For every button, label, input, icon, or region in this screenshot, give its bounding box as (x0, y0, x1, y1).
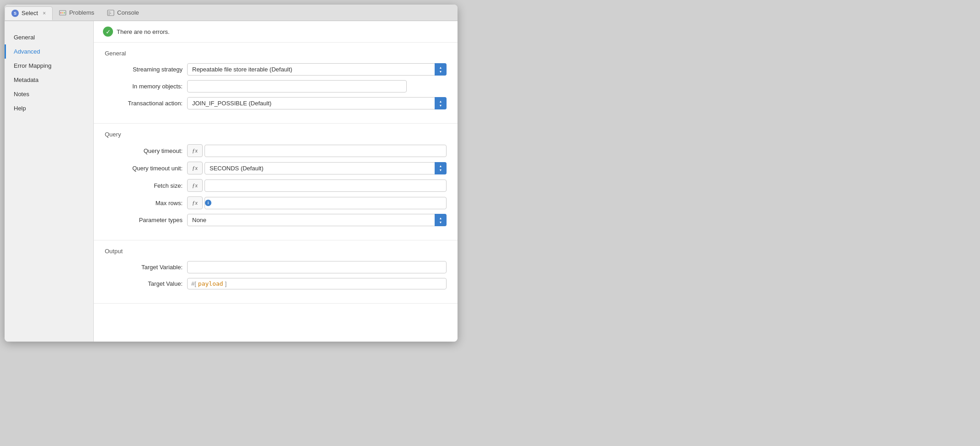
query-section: Query Query timeout: ƒx 0 Query timeout … (94, 124, 458, 240)
max-rows-fx-button[interactable]: ƒx (187, 196, 203, 209)
query-timeout-label: Query timeout: (105, 147, 183, 154)
svg-point-1 (60, 12, 62, 13)
tab-problems[interactable]: Problems (53, 6, 101, 19)
sidebar-item-general[interactable]: General (5, 30, 93, 44)
in-memory-row: In memory objects: 500 (118, 80, 447, 92)
query-timeout-unit-label: Query timeout unit: (105, 165, 183, 172)
target-value-content: payload (198, 280, 223, 287)
tab-console-label: Console (117, 9, 139, 16)
target-value-label: Target Value: (105, 280, 183, 287)
parameter-types-row: Parameter types None Type 1 Type 2 (105, 214, 447, 226)
general-section: General Streaming strategy Repeatable fi… (94, 43, 458, 124)
query-timeout-unit-select[interactable]: SECONDS (Default) MILLISECONDS MINUTES H… (205, 162, 447, 174)
status-bar: ✓ There are no errors. (94, 21, 458, 43)
transactional-action-select[interactable]: JOIN_IF_POSSIBLE (Default) ALWAYS_BEGIN … (187, 97, 447, 109)
tab-problems-label: Problems (69, 9, 94, 16)
tab-select-label: Select (22, 10, 38, 16)
streaming-strategy-row: Streaming strategy Repeatable file store… (105, 63, 447, 76)
console-icon (107, 9, 114, 16)
sidebar: General Advanced Error Mapping Metadata … (5, 21, 94, 342)
status-icon: ✓ (103, 27, 113, 37)
tab-close-button[interactable]: × (43, 10, 46, 16)
streaming-strategy-label: Streaming strategy (105, 66, 183, 73)
fetch-size-fx-wrap: ƒx 200 (187, 179, 447, 192)
query-timeout-fx-button[interactable]: ƒx (187, 144, 203, 157)
fetch-size-label: Fetch size: (105, 182, 183, 189)
in-memory-input[interactable]: 500 (187, 80, 407, 92)
max-rows-input[interactable]: 1000 (212, 197, 446, 209)
max-rows-fx-wrap: ƒx i 1000 (187, 196, 447, 209)
target-variable-label: Target Variable: (105, 264, 183, 271)
main-content: General Advanced Error Mapping Metadata … (5, 21, 458, 342)
target-value-prefix: #[ (191, 280, 196, 287)
output-section: Output Target Variable: Target Value: #[… (94, 240, 458, 304)
max-rows-input-wrap: i 1000 (205, 197, 447, 209)
main-window: S Select × Problems (5, 5, 458, 342)
parameter-types-select[interactable]: None Type 1 Type 2 (187, 214, 447, 226)
target-value-row: Target Value: #[ payload ] (105, 278, 447, 289)
sidebar-item-metadata[interactable]: Metadata (5, 73, 93, 87)
transactional-action-label: Transactional action: (105, 100, 183, 107)
fetch-size-fx-button[interactable]: ƒx (187, 179, 203, 192)
fetch-size-row: Fetch size: ƒx 200 (105, 179, 447, 192)
svg-point-2 (62, 12, 64, 13)
tab-console[interactable]: Console (101, 6, 145, 19)
query-timeout-unit-fx-button[interactable]: ƒx (187, 162, 203, 174)
target-value-suffix: ] (225, 280, 227, 287)
query-section-title: Query (105, 131, 447, 138)
sidebar-item-help[interactable]: Help (5, 101, 93, 115)
svg-point-3 (64, 12, 65, 13)
content-area: ✓ There are no errors. General Streaming… (94, 21, 458, 342)
sidebar-item-advanced[interactable]: Advanced (5, 44, 93, 59)
status-message: There are no errors. (117, 28, 170, 35)
parameter-types-select-wrapper: None Type 1 Type 2 (187, 214, 447, 226)
target-value-field[interactable]: #[ payload ] (187, 278, 447, 289)
general-section-title: General (105, 50, 447, 57)
target-variable-row: Target Variable: (105, 261, 447, 273)
sidebar-item-notes[interactable]: Notes (5, 87, 93, 101)
streaming-strategy-select-wrapper: Repeatable file store iterable (Default)… (187, 63, 447, 76)
problems-icon (59, 9, 66, 16)
query-timeout-unit-row: Query timeout unit: ƒx SECONDS (Default)… (105, 162, 447, 174)
query-timeout-row: Query timeout: ƒx 0 (105, 144, 447, 157)
max-rows-label: Max rows: (105, 200, 183, 207)
query-timeout-unit-select-wrapper: SECONDS (Default) MILLISECONDS MINUTES H… (205, 162, 447, 174)
transactional-action-select-wrapper: JOIN_IF_POSSIBLE (Default) ALWAYS_BEGIN … (187, 97, 447, 109)
transactional-action-row: Transactional action: JOIN_IF_POSSIBLE (… (105, 97, 447, 109)
tab-bar: S Select × Problems (5, 5, 458, 21)
query-timeout-unit-fx-wrap: ƒx SECONDS (Default) MILLISECONDS MINUTE… (187, 162, 447, 174)
query-timeout-input[interactable]: 0 (205, 145, 447, 157)
output-section-title: Output (105, 248, 447, 255)
sidebar-item-error-mapping[interactable]: Error Mapping (5, 59, 93, 73)
query-timeout-fx-wrap: ƒx 0 (187, 144, 447, 157)
max-rows-info-icon: i (205, 200, 211, 206)
max-rows-row: Max rows: ƒx i 1000 (105, 196, 447, 209)
in-memory-label: In memory objects: (118, 83, 183, 90)
streaming-strategy-select[interactable]: Repeatable file store iterable (Default)… (187, 63, 447, 76)
parameter-types-label: Parameter types (105, 217, 183, 223)
tab-select[interactable]: S Select × (5, 6, 53, 20)
fetch-size-input[interactable]: 200 (205, 179, 447, 192)
select-tab-icon: S (11, 10, 19, 17)
target-variable-input[interactable] (187, 261, 447, 273)
